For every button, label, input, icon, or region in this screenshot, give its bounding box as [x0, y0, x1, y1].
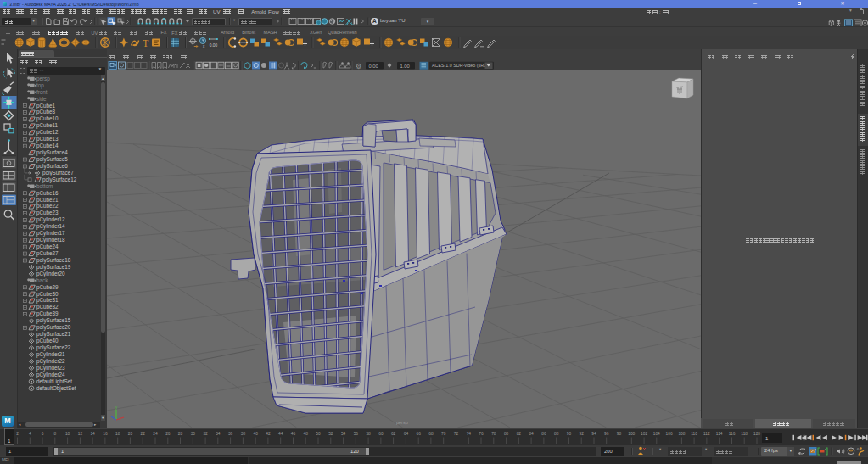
svg-text:72: 72 [454, 432, 459, 436]
svg-text:T: T [143, 37, 149, 49]
svg-text:0.00: 0.00 [369, 64, 378, 69]
svg-text:100: 100 [628, 432, 635, 436]
svg-text:30: 30 [191, 432, 196, 436]
svg-text:64: 64 [404, 432, 409, 436]
svg-text:34: 34 [216, 432, 221, 436]
svg-text:24: 24 [153, 432, 158, 436]
svg-text:68: 68 [428, 432, 434, 436]
svg-text:60: 60 [378, 432, 384, 436]
svg-text:96: 96 [604, 432, 609, 436]
svg-text:74: 74 [467, 432, 472, 436]
svg-text:94: 94 [591, 432, 596, 436]
svg-text:114: 114 [716, 432, 723, 436]
svg-text:116: 116 [729, 432, 736, 436]
svg-text:80: 80 [504, 432, 509, 436]
svg-text:0: 0 [857, 447, 860, 451]
svg-text:102: 102 [641, 432, 647, 436]
svg-text:22: 22 [141, 432, 146, 436]
svg-text:58: 58 [366, 432, 371, 436]
svg-text:42: 42 [266, 432, 271, 436]
svg-text:108: 108 [678, 432, 685, 436]
svg-text:36: 36 [228, 432, 233, 436]
svg-text:48: 48 [304, 432, 309, 436]
svg-text:82: 82 [517, 432, 522, 436]
svg-text:40: 40 [254, 432, 259, 436]
svg-text:56: 56 [354, 432, 359, 436]
svg-text:ACES 1.0 SDR-video (sRGB): ACES 1.0 SDR-video (sRGB) [432, 63, 492, 68]
svg-text:106: 106 [666, 432, 673, 436]
svg-text:70: 70 [441, 432, 446, 436]
svg-text:44: 44 [278, 432, 283, 436]
svg-text:110: 110 [691, 432, 697, 436]
svg-text:52: 52 [328, 432, 333, 436]
svg-text:38: 38 [241, 432, 246, 436]
svg-text:20: 20 [128, 432, 133, 436]
svg-text:120: 120 [753, 432, 760, 436]
svg-text:⚙: ⚙ [356, 62, 362, 70]
svg-text:16: 16 [103, 432, 108, 436]
svg-text:112: 112 [703, 432, 710, 436]
svg-text:1: 1 [8, 439, 11, 444]
svg-text:6: 6 [42, 432, 44, 436]
svg-text:62: 62 [391, 432, 396, 436]
svg-text:14: 14 [90, 432, 95, 436]
svg-text:28: 28 [178, 432, 183, 436]
svg-text:8: 8 [53, 432, 56, 436]
svg-text:32: 32 [203, 432, 208, 436]
svg-text:26: 26 [165, 432, 171, 436]
svg-text:0.00: 0.00 [210, 43, 218, 48]
svg-text:2: 2 [16, 432, 19, 436]
svg-text:46: 46 [291, 432, 296, 436]
svg-text:88: 88 [554, 432, 559, 436]
svg-text:118: 118 [741, 432, 748, 436]
svg-text:76: 76 [479, 432, 484, 436]
svg-text:x: x [203, 44, 205, 48]
svg-text:1.00: 1.00 [400, 64, 410, 69]
svg-text:18: 18 [115, 432, 120, 436]
svg-text:78: 78 [491, 432, 496, 436]
svg-text:10: 10 [65, 432, 70, 436]
svg-text:54: 54 [341, 432, 346, 436]
svg-text:4: 4 [29, 432, 31, 436]
svg-text:86: 86 [541, 432, 546, 436]
svg-text:50: 50 [316, 432, 321, 436]
svg-text:12: 12 [78, 432, 83, 436]
svg-text:84: 84 [529, 432, 534, 436]
svg-text:98: 98 [617, 432, 622, 436]
svg-text:90: 90 [567, 432, 572, 436]
svg-text:66: 66 [417, 432, 422, 436]
svg-text:92: 92 [580, 432, 585, 436]
svg-text:104: 104 [653, 432, 660, 436]
svg-text:persp: persp [396, 420, 408, 425]
